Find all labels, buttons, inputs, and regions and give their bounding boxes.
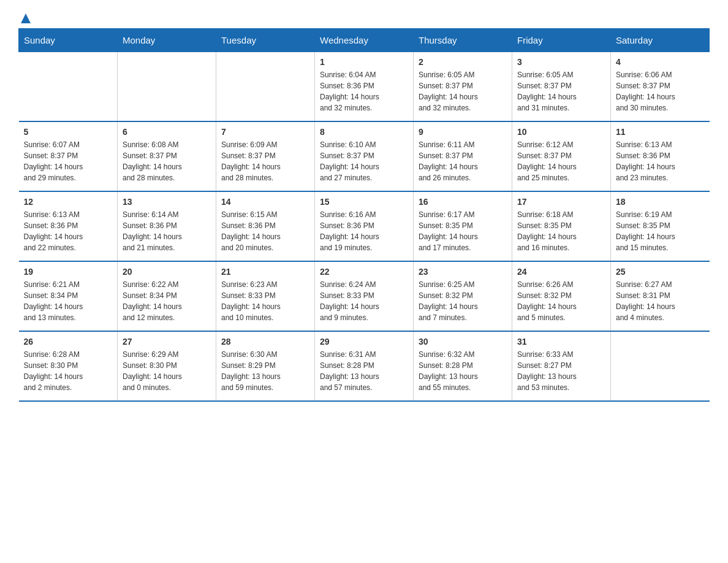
day-info: Sunrise: 6:22 AM Sunset: 8:34 PM Dayligh…	[123, 279, 211, 323]
page-header	[18, 12, 710, 22]
day-info: Sunrise: 6:28 AM Sunset: 8:30 PM Dayligh…	[24, 349, 113, 393]
calendar-cell: 16Sunrise: 6:17 AM Sunset: 8:35 PM Dayli…	[414, 191, 512, 261]
calendar-cell: 14Sunrise: 6:15 AM Sunset: 8:36 PM Dayli…	[216, 191, 315, 261]
calendar-cell: 2Sunrise: 6:05 AM Sunset: 8:37 PM Daylig…	[414, 52, 512, 122]
calendar-cell: 30Sunrise: 6:32 AM Sunset: 8:28 PM Dayli…	[414, 331, 512, 401]
calendar-week-row: 5Sunrise: 6:07 AM Sunset: 8:37 PM Daylig…	[19, 121, 710, 191]
weekday-header-row: SundayMondayTuesdayWednesdayThursdayFrid…	[19, 29, 710, 52]
day-info: Sunrise: 6:25 AM Sunset: 8:32 PM Dayligh…	[419, 279, 507, 323]
day-number: 3	[517, 57, 605, 67]
day-number: 30	[419, 337, 507, 347]
day-info: Sunrise: 6:05 AM Sunset: 8:37 PM Dayligh…	[517, 69, 605, 113]
day-number: 14	[221, 197, 309, 207]
calendar-cell: 12Sunrise: 6:13 AM Sunset: 8:36 PM Dayli…	[19, 191, 118, 261]
calendar-week-row: 19Sunrise: 6:21 AM Sunset: 8:34 PM Dayli…	[19, 261, 710, 331]
day-number: 18	[616, 197, 705, 207]
day-number: 19	[24, 267, 113, 277]
day-number: 7	[221, 127, 309, 137]
calendar-cell: 13Sunrise: 6:14 AM Sunset: 8:36 PM Dayli…	[118, 191, 216, 261]
calendar-week-row: 12Sunrise: 6:13 AM Sunset: 8:36 PM Dayli…	[19, 191, 710, 261]
calendar-cell: 5Sunrise: 6:07 AM Sunset: 8:37 PM Daylig…	[19, 121, 118, 191]
day-number: 22	[320, 267, 408, 277]
day-number: 6	[123, 127, 211, 137]
calendar-header: SundayMondayTuesdayWednesdayThursdayFrid…	[19, 29, 710, 52]
calendar-cell: 29Sunrise: 6:31 AM Sunset: 8:28 PM Dayli…	[315, 331, 414, 401]
day-number: 2	[419, 57, 507, 67]
calendar-cell: 24Sunrise: 6:26 AM Sunset: 8:32 PM Dayli…	[512, 261, 611, 331]
calendar-cell	[611, 331, 710, 401]
day-number: 8	[320, 127, 408, 137]
day-number: 9	[419, 127, 507, 137]
calendar-cell: 23Sunrise: 6:25 AM Sunset: 8:32 PM Dayli…	[414, 261, 512, 331]
day-number: 15	[320, 197, 408, 207]
calendar-cell: 7Sunrise: 6:09 AM Sunset: 8:37 PM Daylig…	[216, 121, 315, 191]
day-info: Sunrise: 6:31 AM Sunset: 8:28 PM Dayligh…	[320, 349, 408, 393]
day-info: Sunrise: 6:15 AM Sunset: 8:36 PM Dayligh…	[221, 209, 309, 253]
day-number: 1	[320, 57, 408, 67]
day-info: Sunrise: 6:13 AM Sunset: 8:36 PM Dayligh…	[24, 209, 113, 253]
weekday-header-thursday: Thursday	[414, 29, 512, 52]
day-info: Sunrise: 6:08 AM Sunset: 8:37 PM Dayligh…	[123, 139, 211, 183]
day-info: Sunrise: 6:07 AM Sunset: 8:37 PM Dayligh…	[24, 139, 113, 183]
day-number: 23	[419, 267, 507, 277]
day-info: Sunrise: 6:09 AM Sunset: 8:37 PM Dayligh…	[221, 139, 309, 183]
calendar-cell: 10Sunrise: 6:12 AM Sunset: 8:37 PM Dayli…	[512, 121, 611, 191]
calendar-cell: 6Sunrise: 6:08 AM Sunset: 8:37 PM Daylig…	[118, 121, 216, 191]
day-number: 5	[24, 127, 113, 137]
day-info: Sunrise: 6:16 AM Sunset: 8:36 PM Dayligh…	[320, 209, 408, 253]
svg-marker-0	[21, 13, 31, 23]
weekday-header-saturday: Saturday	[611, 29, 710, 52]
calendar-cell: 28Sunrise: 6:30 AM Sunset: 8:29 PM Dayli…	[216, 331, 315, 401]
day-info: Sunrise: 6:13 AM Sunset: 8:36 PM Dayligh…	[616, 139, 705, 183]
weekday-header-friday: Friday	[512, 29, 611, 52]
day-info: Sunrise: 6:21 AM Sunset: 8:34 PM Dayligh…	[24, 279, 113, 323]
day-number: 27	[123, 337, 211, 347]
calendar-cell: 25Sunrise: 6:27 AM Sunset: 8:31 PM Dayli…	[611, 261, 710, 331]
calendar-table: SundayMondayTuesdayWednesdayThursdayFrid…	[18, 28, 710, 402]
logo-triangle-icon	[20, 12, 32, 25]
calendar-cell: 27Sunrise: 6:29 AM Sunset: 8:30 PM Dayli…	[118, 331, 216, 401]
day-number: 28	[221, 337, 309, 347]
calendar-cell: 9Sunrise: 6:11 AM Sunset: 8:37 PM Daylig…	[414, 121, 512, 191]
logo	[18, 12, 32, 22]
calendar-week-row: 26Sunrise: 6:28 AM Sunset: 8:30 PM Dayli…	[19, 331, 710, 401]
day-number: 13	[123, 197, 211, 207]
calendar-cell: 21Sunrise: 6:23 AM Sunset: 8:33 PM Dayli…	[216, 261, 315, 331]
calendar-cell: 31Sunrise: 6:33 AM Sunset: 8:27 PM Dayli…	[512, 331, 611, 401]
calendar-cell: 22Sunrise: 6:24 AM Sunset: 8:33 PM Dayli…	[315, 261, 414, 331]
day-number: 31	[517, 337, 605, 347]
calendar-cell: 1Sunrise: 6:04 AM Sunset: 8:36 PM Daylig…	[315, 52, 414, 122]
calendar-cell: 8Sunrise: 6:10 AM Sunset: 8:37 PM Daylig…	[315, 121, 414, 191]
day-info: Sunrise: 6:06 AM Sunset: 8:37 PM Dayligh…	[616, 69, 705, 113]
day-number: 29	[320, 337, 408, 347]
calendar-cell: 17Sunrise: 6:18 AM Sunset: 8:35 PM Dayli…	[512, 191, 611, 261]
day-number: 21	[221, 267, 309, 277]
calendar-cell: 19Sunrise: 6:21 AM Sunset: 8:34 PM Dayli…	[19, 261, 118, 331]
calendar-cell	[216, 52, 315, 122]
day-info: Sunrise: 6:05 AM Sunset: 8:37 PM Dayligh…	[419, 69, 507, 113]
day-info: Sunrise: 6:29 AM Sunset: 8:30 PM Dayligh…	[123, 349, 211, 393]
calendar-cell	[118, 52, 216, 122]
calendar-cell: 3Sunrise: 6:05 AM Sunset: 8:37 PM Daylig…	[512, 52, 611, 122]
day-number: 26	[24, 337, 113, 347]
day-number: 24	[517, 267, 605, 277]
day-info: Sunrise: 6:17 AM Sunset: 8:35 PM Dayligh…	[419, 209, 507, 253]
calendar-week-row: 1Sunrise: 6:04 AM Sunset: 8:36 PM Daylig…	[19, 52, 710, 122]
calendar-cell	[19, 52, 118, 122]
day-info: Sunrise: 6:24 AM Sunset: 8:33 PM Dayligh…	[320, 279, 408, 323]
day-info: Sunrise: 6:04 AM Sunset: 8:36 PM Dayligh…	[320, 69, 408, 113]
day-number: 12	[24, 197, 113, 207]
calendar-body: 1Sunrise: 6:04 AM Sunset: 8:36 PM Daylig…	[19, 52, 710, 402]
day-info: Sunrise: 6:12 AM Sunset: 8:37 PM Dayligh…	[517, 139, 605, 183]
calendar-cell: 15Sunrise: 6:16 AM Sunset: 8:36 PM Dayli…	[315, 191, 414, 261]
day-info: Sunrise: 6:33 AM Sunset: 8:27 PM Dayligh…	[517, 349, 605, 393]
weekday-header-monday: Monday	[118, 29, 216, 52]
day-info: Sunrise: 6:11 AM Sunset: 8:37 PM Dayligh…	[419, 139, 507, 183]
calendar-cell: 4Sunrise: 6:06 AM Sunset: 8:37 PM Daylig…	[611, 52, 710, 122]
weekday-header-sunday: Sunday	[19, 29, 118, 52]
day-info: Sunrise: 6:23 AM Sunset: 8:33 PM Dayligh…	[221, 279, 309, 323]
calendar-cell: 20Sunrise: 6:22 AM Sunset: 8:34 PM Dayli…	[118, 261, 216, 331]
day-info: Sunrise: 6:10 AM Sunset: 8:37 PM Dayligh…	[320, 139, 408, 183]
day-info: Sunrise: 6:32 AM Sunset: 8:28 PM Dayligh…	[419, 349, 507, 393]
day-number: 16	[419, 197, 507, 207]
